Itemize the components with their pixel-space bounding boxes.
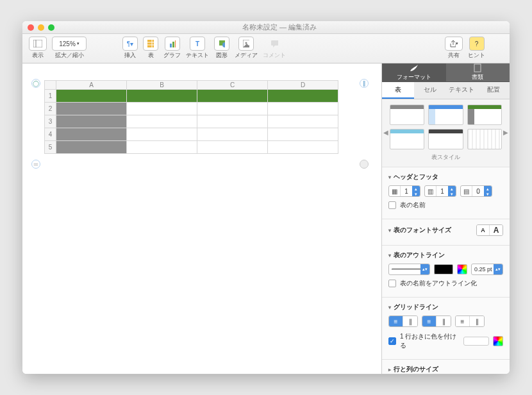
subtab-table[interactable]: 表 xyxy=(382,82,414,99)
grid-h-icon[interactable]: ≡ xyxy=(456,316,470,326)
style-chip[interactable] xyxy=(428,129,463,149)
table-label: 表 xyxy=(148,51,154,60)
alt-color-picker[interactable] xyxy=(493,336,503,346)
table-handle-col[interactable]: ‖ xyxy=(360,79,369,88)
minimize-button[interactable] xyxy=(38,24,44,31)
outline-color-picker[interactable] xyxy=(457,264,467,274)
cell[interactable] xyxy=(127,115,197,128)
subtab-arrange[interactable]: 配置 xyxy=(478,82,510,99)
cell[interactable] xyxy=(56,141,127,154)
svg-rect-14 xyxy=(474,64,481,72)
styles-prev[interactable]: ◀ xyxy=(383,129,388,136)
row-header-5[interactable]: 5 xyxy=(45,141,56,154)
corner-cell[interactable] xyxy=(45,81,56,90)
row-header-3[interactable]: 3 xyxy=(45,115,56,128)
view-icon xyxy=(33,40,42,47)
cell[interactable] xyxy=(197,103,268,115)
style-chip[interactable] xyxy=(467,129,502,149)
table-name-label: 表の名前 xyxy=(400,201,426,210)
share-button[interactable]: ▾ xyxy=(445,37,463,51)
table-handle-resize[interactable] xyxy=(360,160,369,169)
outline-name-label: 表の名前をアウトライン化 xyxy=(400,279,477,288)
outline-style-select[interactable]: ▴▾ xyxy=(388,264,430,275)
cell[interactable] xyxy=(197,115,268,128)
header-rows-stepper[interactable]: ▦1▴▾ xyxy=(388,185,420,197)
hint-button[interactable]: ? xyxy=(469,37,485,51)
chart-icon xyxy=(169,40,176,47)
row-header-4[interactable]: 4 xyxy=(45,128,56,141)
cell[interactable] xyxy=(268,90,338,103)
svg-rect-6 xyxy=(170,44,172,47)
outline-width-select[interactable]: 0.25 pt▴▾ xyxy=(471,264,503,275)
spreadsheet-table[interactable]: A B C D 1 2 3 4 5 xyxy=(44,80,338,154)
cell[interactable] xyxy=(56,128,127,141)
font-size-buttons[interactable]: AA xyxy=(476,224,503,236)
text-button[interactable]: T xyxy=(190,37,205,51)
font-smaller[interactable]: A xyxy=(477,225,490,235)
window-title: 名称未設定 — 編集済み xyxy=(54,22,504,32)
toolbar: 表示 125% ▾ 拡大／縮小 ¶▾ 挿入 表 グラフ T テキスト xyxy=(22,34,510,63)
document-tab[interactable]: 書類 xyxy=(446,63,510,81)
cell[interactable] xyxy=(56,115,127,128)
cell[interactable] xyxy=(268,141,338,154)
chart-button[interactable] xyxy=(165,37,180,51)
cell[interactable] xyxy=(268,115,338,128)
subtab-cell[interactable]: セル xyxy=(414,82,446,99)
cell[interactable] xyxy=(127,141,197,154)
alt-color-well[interactable] xyxy=(463,337,489,346)
media-button[interactable] xyxy=(238,37,254,51)
style-chip[interactable] xyxy=(390,129,424,149)
gridlines-header[interactable]: ≡∥ xyxy=(422,315,451,327)
alt-rows-checkbox[interactable]: ✓ xyxy=(388,337,396,345)
cell[interactable] xyxy=(197,141,268,154)
cell[interactable] xyxy=(268,103,338,115)
style-chip[interactable] xyxy=(428,105,463,125)
subtab-text[interactable]: テキスト xyxy=(446,82,478,99)
gridlines-footer[interactable]: ≡∥ xyxy=(455,315,485,327)
outline-name-checkbox[interactable] xyxy=(388,280,396,287)
grid-h-icon[interactable]: ≡ xyxy=(422,316,436,326)
font-larger[interactable]: A xyxy=(490,225,503,235)
grid-v-icon[interactable]: ∥ xyxy=(436,316,451,326)
style-chip[interactable] xyxy=(467,105,502,125)
cell[interactable] xyxy=(56,103,127,115)
header-col-icon: ▥ xyxy=(425,186,436,196)
table-handle-row[interactable]: ═ xyxy=(31,160,40,169)
section-gridlines: グリッドライン ≡∥ ≡∥ ≡∥ ✓ 1 行おきに色を付ける xyxy=(382,298,510,360)
cell[interactable] xyxy=(56,90,127,103)
comment-button[interactable] xyxy=(267,37,282,51)
grid-h-icon[interactable]: ≡ xyxy=(389,316,403,326)
cell[interactable] xyxy=(197,90,268,103)
zoom-button[interactable] xyxy=(48,24,54,31)
canvas[interactable]: ◯ ‖ ═ A B C D 1 2 3 4 5 xyxy=(22,63,381,374)
styles-next[interactable]: ▶ xyxy=(503,129,508,136)
section-row-col-size[interactable]: 行と列のサイズ xyxy=(382,360,510,374)
close-button[interactable] xyxy=(28,24,34,31)
style-chip[interactable] xyxy=(390,105,424,125)
gridlines-body[interactable]: ≡∥ xyxy=(388,315,418,327)
outline-color-well[interactable] xyxy=(434,264,453,274)
insert-button[interactable]: ¶▾ xyxy=(122,37,138,51)
row-header-2[interactable]: 2 xyxy=(45,103,56,115)
shape-button[interactable] xyxy=(214,37,229,51)
view-button[interactable] xyxy=(29,37,47,51)
col-header-c[interactable]: C xyxy=(197,81,268,90)
table-name-checkbox[interactable] xyxy=(388,201,396,209)
table-handle-origin[interactable]: ◯ xyxy=(31,79,40,88)
cell[interactable] xyxy=(127,128,197,141)
format-tab[interactable]: フォーマット xyxy=(382,63,446,81)
cell[interactable] xyxy=(127,103,197,115)
cell[interactable] xyxy=(268,128,338,141)
cell[interactable] xyxy=(127,90,197,103)
col-header-d[interactable]: D xyxy=(268,81,338,90)
row-header-1[interactable]: 1 xyxy=(45,90,56,103)
grid-v-icon[interactable]: ∥ xyxy=(470,316,484,326)
table-button[interactable] xyxy=(143,37,158,51)
col-header-b[interactable]: B xyxy=(127,81,197,90)
grid-v-icon[interactable]: ∥ xyxy=(403,316,417,326)
col-header-a[interactable]: A xyxy=(56,81,127,90)
footer-rows-stepper[interactable]: ▤0▴▾ xyxy=(460,185,492,197)
zoom-select[interactable]: 125% ▾ xyxy=(52,37,87,51)
header-cols-stepper[interactable]: ▥1▴▾ xyxy=(424,185,456,197)
cell[interactable] xyxy=(197,128,268,141)
